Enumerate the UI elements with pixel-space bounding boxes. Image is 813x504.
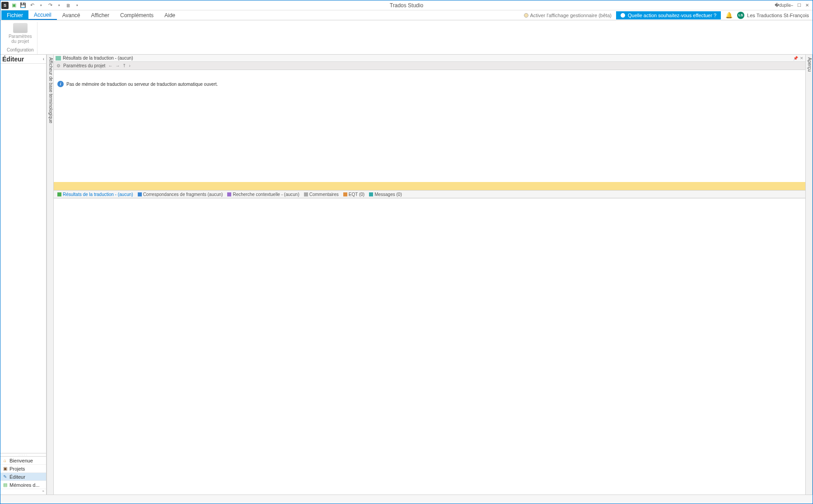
btab-eqt-label: EQT (0) xyxy=(349,192,364,197)
nav-welcome-label: Bienvenue xyxy=(9,458,33,463)
nav-next-icon[interactable]: → xyxy=(115,63,120,68)
termbase-viewer-tab[interactable]: Afficheur de base terminologique xyxy=(47,55,54,495)
eqt-tab-icon xyxy=(343,192,347,196)
user-account[interactable]: LS Les Traductions St-François xyxy=(737,12,809,19)
left-panel: Éditeur ‹ ····· ⌂ Bienvenue ▣ Projets ✎ … xyxy=(0,55,47,495)
messages-tab-icon xyxy=(369,192,373,196)
qat-open-icon[interactable]: ▣ xyxy=(10,2,18,9)
qat-redo-dropdown-icon[interactable]: ▾ xyxy=(56,2,63,9)
tab-addins[interactable]: Compléments xyxy=(115,10,159,20)
results-pane-icon xyxy=(56,56,61,61)
lightbulb-icon xyxy=(621,13,625,18)
results-info-area: i Pas de mémoire de traduction ou serveu… xyxy=(54,70,805,182)
nav-prev-icon[interactable]: ← xyxy=(108,63,112,68)
preview-tab[interactable]: Aperçu xyxy=(805,55,813,495)
ribbon-display-icon[interactable]: �duplic xyxy=(779,2,786,9)
context-tab-icon xyxy=(227,192,231,196)
notifications-icon[interactable]: 🔔 xyxy=(725,12,733,19)
ribbon-body: Paramètres du projet Configuration xyxy=(0,20,813,55)
collapse-left-icon[interactable]: ‹ xyxy=(43,56,44,61)
left-panel-header: Éditeur ‹ xyxy=(0,55,46,64)
nav-editor-label: Éditeur xyxy=(9,474,25,480)
maximize-icon[interactable]: ☐ xyxy=(795,2,803,9)
close-icon[interactable]: ✕ xyxy=(804,2,811,9)
nav-list: ⌂ Bienvenue ▣ Projets ✎ Éditeur ▤ Mémoir… xyxy=(0,456,46,489)
briefcase-icon: ▣ xyxy=(2,466,8,471)
btab-results-label: Résultats de la traduction - (aucun) xyxy=(63,192,133,197)
highlight-band xyxy=(54,182,805,190)
fragments-tab-icon xyxy=(138,192,142,196)
results-sub-toolbar: ⚙ Paramètres du projet ← → ⤒ › xyxy=(54,62,805,70)
qat-undo-icon[interactable]: ↶ xyxy=(28,2,36,9)
gear-icon[interactable]: ⚙ xyxy=(56,63,61,68)
beta-label: Activer l'affichage gestionnaire (bêta) xyxy=(530,13,612,18)
sub-toolbar-nav: ← → ⤒ › xyxy=(108,63,130,68)
tab-help[interactable]: Aide xyxy=(159,10,181,20)
left-panel-spacer xyxy=(0,64,46,453)
pencil-icon: ✎ xyxy=(2,474,8,480)
app-icon: S xyxy=(1,2,9,9)
tab-home[interactable]: Accueil xyxy=(28,10,57,20)
ribbon-group-config: Paramètres du projet Configuration xyxy=(3,22,37,54)
beta-indicator-icon xyxy=(524,13,528,18)
btab-context-label: Recherche contextuelle - (aucun) xyxy=(233,192,299,197)
nav-up-icon[interactable]: ⤒ xyxy=(122,63,126,68)
btab-messages-label: Messages (0) xyxy=(374,192,402,197)
project-settings-label-2: du projet xyxy=(11,39,29,44)
center-area: Afficheur de base terminologique Résulta… xyxy=(47,55,813,495)
quick-access-toolbar: S ▣ 💾 ↶ ▾ ↷ ▾ 🗎 ▾ xyxy=(0,2,81,9)
btab-comments[interactable]: Commentaires xyxy=(302,192,341,197)
pane-header-controls: 📌 ✕ xyxy=(793,56,804,61)
nav-memories[interactable]: ▤ Mémoires d... xyxy=(0,481,46,489)
btab-results[interactable]: Résultats de la traduction - (aucun) xyxy=(56,192,135,197)
pane-pin-icon[interactable]: 📌 xyxy=(793,56,798,61)
title-bar: S ▣ 💾 ↶ ▾ ↷ ▾ 🗎 ▾ Trados Studio �duplic … xyxy=(0,0,813,10)
btab-eqt[interactable]: EQT (0) xyxy=(341,192,366,197)
qat-doc-icon[interactable]: 🗎 xyxy=(65,2,72,9)
main-area: Éditeur ‹ ····· ⌂ Bienvenue ▣ Projets ✎ … xyxy=(0,55,813,495)
nav-welcome[interactable]: ⌂ Bienvenue xyxy=(0,457,46,465)
info-icon: i xyxy=(57,81,64,87)
minimize-icon[interactable]: — xyxy=(787,2,794,9)
center-body: Résultats de la traduction - (aucun) 📌 ✕… xyxy=(54,55,805,495)
app-title: Trados Studio xyxy=(390,2,423,9)
sub-toolbar-label: Paramètres du projet xyxy=(63,63,105,68)
termbase-viewer-label: Afficheur de base terminologique xyxy=(48,57,53,123)
avatar: LS xyxy=(737,12,744,19)
nav-projects-label: Projets xyxy=(9,466,25,471)
info-message: Pas de mémoire de traduction ou serveur … xyxy=(66,82,218,87)
project-settings-icon[interactable] xyxy=(13,23,28,33)
nav-memories-label: Mémoires d... xyxy=(9,482,40,488)
tab-display[interactable]: Afficher xyxy=(86,10,115,20)
home-icon: ⌂ xyxy=(2,458,8,463)
tab-file[interactable]: Fichier xyxy=(1,10,28,20)
results-pane-title: Résultats de la traduction - (aucun) xyxy=(63,56,133,61)
beta-toggle[interactable]: Activer l'affichage gestionnaire (bêta) xyxy=(524,13,612,18)
qat-customize-dropdown-icon[interactable]: ▾ xyxy=(74,2,81,9)
nav-projects[interactable]: ▣ Projets xyxy=(0,465,46,473)
results-tab-icon xyxy=(57,192,61,196)
qat-redo-icon[interactable]: ↷ xyxy=(47,2,54,9)
left-panel-title: Éditeur xyxy=(2,56,24,63)
btab-context[interactable]: Recherche contextuelle - (aucun) xyxy=(225,192,301,197)
nav-expand-icon[interactable]: » xyxy=(0,489,46,495)
results-pane-header: Résultats de la traduction - (aucun) 📌 ✕ xyxy=(54,55,805,62)
tell-me-label: Quelle action souhaitez-vous effectuer ? xyxy=(628,13,716,18)
pane-close-icon[interactable]: ✕ xyxy=(800,56,804,61)
ribbon-tabs: Fichier Accueil Avancé Afficher Compléme… xyxy=(0,10,813,20)
nav-expand-icon[interactable]: › xyxy=(129,63,130,68)
preview-tab-label: Aperçu xyxy=(807,57,812,72)
editor-content-area[interactable] xyxy=(54,198,805,495)
tell-me-search[interactable]: Quelle action souhaitez-vous effectuer ? xyxy=(616,11,721,19)
btab-messages[interactable]: Messages (0) xyxy=(367,192,404,197)
status-bar xyxy=(0,495,813,504)
ribbon-group-caption: Configuration xyxy=(7,47,33,53)
qat-save-icon[interactable]: 💾 xyxy=(19,2,27,9)
nav-editor[interactable]: ✎ Éditeur xyxy=(0,473,46,481)
btab-fragments[interactable]: Correspondances de fragments (aucun) xyxy=(136,192,225,197)
qat-undo-dropdown-icon[interactable]: ▾ xyxy=(37,2,45,9)
btab-fragments-label: Correspondances de fragments (aucun) xyxy=(143,192,223,197)
tab-advanced[interactable]: Avancé xyxy=(57,10,86,20)
database-icon: ▤ xyxy=(2,482,8,488)
user-name: Les Traductions St-François xyxy=(747,13,809,18)
